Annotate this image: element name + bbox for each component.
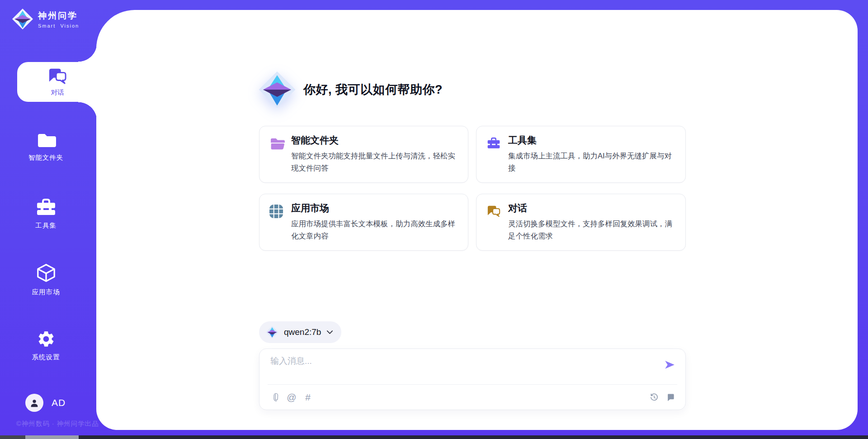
avatar xyxy=(25,394,43,412)
card-description: 灵活切换多模型文件，支持多样回复效果调试，满足个性化需求 xyxy=(508,218,674,242)
card-title: 对话 xyxy=(508,202,527,215)
comment-icon[interactable] xyxy=(665,392,675,402)
card-description: 智能文件夹功能支持批量文件上传与清洗，轻松实现文件问答 xyxy=(291,150,456,174)
attachment-icon[interactable] xyxy=(270,392,280,402)
chevron-down-icon xyxy=(326,330,333,334)
user-account[interactable]: AD xyxy=(25,394,66,412)
chat-icon xyxy=(47,67,67,85)
tab-fillet-top xyxy=(78,43,97,62)
sidebar-item-label: 系统设置 xyxy=(32,353,60,362)
card-app-market[interactable]: 应用市场 应用市场提供丰富长文本模板，助力高效生成多样化文章内容 xyxy=(259,194,468,251)
apps-grid-icon xyxy=(269,205,283,218)
send-icon[interactable] xyxy=(664,359,675,371)
message-composer: @ # xyxy=(259,348,686,410)
mention-icon[interactable]: @ xyxy=(287,392,297,402)
card-title: 应用市场 xyxy=(291,202,329,215)
user-initials: AD xyxy=(52,397,66,408)
sidebar-item-label: 应用市场 xyxy=(32,288,60,296)
feature-cards: 智能文件夹 智能文件夹功能支持批量文件上传与清洗，轻松实现文件问答 工具集 集成… xyxy=(259,126,686,251)
bottom-strip-segment xyxy=(0,435,25,439)
bottom-strip-segment xyxy=(25,435,79,439)
sidebar-item-label: 智能文件夹 xyxy=(28,153,64,162)
brand-name: 神州问学 xyxy=(38,10,79,22)
toolbox-icon xyxy=(35,198,57,217)
card-chat[interactable]: 对话 灵活切换多模型文件，支持多样回复效果调试，满足个性化需求 xyxy=(476,194,686,251)
card-toolset[interactable]: 工具集 集成市场上主流工具，助力AI与外界无缝扩展与对接 xyxy=(476,126,686,183)
card-description: 集成市场上主流工具，助力AI与外界无缝扩展与对接 xyxy=(508,150,674,174)
greeting-text: 你好, 我可以如何帮助你? xyxy=(303,81,443,98)
message-input[interactable] xyxy=(270,355,659,382)
brand-subtitle: Smart Vision xyxy=(38,23,79,29)
sidebar-item-chat[interactable]: 对话 xyxy=(17,62,98,102)
composer-toolbar: @ # xyxy=(270,385,675,410)
chat-icon xyxy=(486,205,501,218)
bottom-strip xyxy=(0,435,868,439)
card-title: 智能文件夹 xyxy=(291,134,339,147)
greeting-header: 你好, 我可以如何帮助你? xyxy=(258,70,443,110)
brand-diamond-icon xyxy=(12,7,33,31)
card-title: 工具集 xyxy=(508,134,537,147)
sidebar-item-folders[interactable]: 智能文件夹 xyxy=(0,132,92,162)
sidebar-item-label: 工具集 xyxy=(35,221,57,230)
folder-icon xyxy=(269,137,286,150)
sidebar-item-settings[interactable]: 系统设置 xyxy=(0,329,92,362)
card-smart-folder[interactable]: 智能文件夹 智能文件夹功能支持批量文件上传与清洗，轻松实现文件问答 xyxy=(259,126,468,183)
person-icon xyxy=(29,398,39,408)
history-icon[interactable] xyxy=(649,392,659,402)
gear-icon xyxy=(37,329,56,348)
hashtag-icon[interactable]: # xyxy=(303,392,313,402)
model-diamond-icon xyxy=(266,325,278,339)
cube-icon xyxy=(36,262,57,283)
model-selector[interactable]: qwen2:7b xyxy=(259,321,341,343)
model-name: qwen2:7b xyxy=(284,327,321,337)
sidebar-item-tools[interactable]: 工具集 xyxy=(0,198,92,230)
sidebar-item-label: 对话 xyxy=(51,88,64,97)
tab-fillet-bottom xyxy=(78,102,97,121)
toolbox-icon xyxy=(486,137,501,150)
copyright-footer: ©神州数码 · 神州问学出品 xyxy=(16,420,99,428)
assistant-diamond-icon xyxy=(258,70,296,110)
card-description: 应用市场提供丰富长文本模板，助力高效生成多样化文章内容 xyxy=(291,218,456,242)
brand-logo: 神州问学 Smart Vision xyxy=(12,7,79,31)
folder-icon xyxy=(36,132,56,149)
sidebar-item-market[interactable]: 应用市场 xyxy=(0,262,92,296)
